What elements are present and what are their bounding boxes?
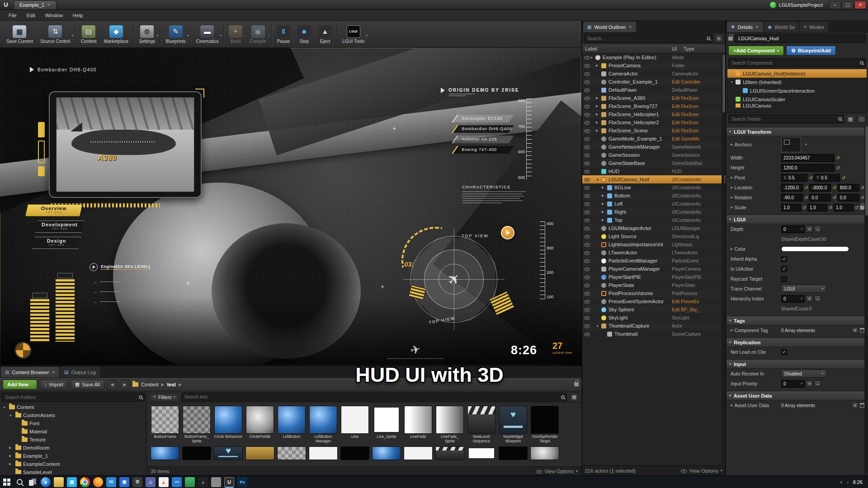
reset-icon[interactable]: ↺ (841, 175, 845, 180)
visibility-eye-icon[interactable] (584, 70, 590, 77)
visibility-eye-icon[interactable] (584, 217, 590, 223)
tab-modes[interactable]: +Modes (800, 22, 828, 32)
search-icon[interactable] (17, 479, 23, 485)
folder-row[interactable]: ▶DemoRoom (2, 444, 145, 452)
reset-icon[interactable]: ↺ (829, 205, 832, 210)
visibility-eye-icon[interactable] (584, 111, 590, 117)
source-button[interactable]: ⇅▾Source Control (37, 24, 74, 45)
expander-icon[interactable]: ▶ (596, 113, 601, 116)
outliner-row[interactable]: Light SourceDirectionalLig (582, 232, 725, 240)
outliner-row[interactable]: ▼LGUICanvas_HudUIContainerAc (582, 175, 725, 183)
section-header[interactable]: ▾LGUI (726, 215, 868, 224)
expander-icon[interactable]: ▶ (731, 206, 733, 209)
hud-menu-button[interactable]: Development747-400 (35, 221, 84, 233)
visibility-eye-icon[interactable] (584, 331, 590, 337)
visibility-eye-icon[interactable] (584, 192, 590, 199)
number-input[interactable]: 1.0 (781, 204, 801, 211)
asset-item[interactable]: LeftButton Manager (309, 406, 338, 444)
visibility-eye-icon[interactable] (584, 119, 590, 126)
visibility-eye-icon[interactable] (584, 144, 590, 150)
visibility-eye-icon[interactable] (584, 298, 590, 305)
chrome-icon[interactable] (80, 477, 90, 487)
expander-icon[interactable]: ▶ (602, 186, 607, 189)
play-circle-icon[interactable] (90, 263, 98, 271)
expander-icon[interactable]: ▶ (9, 454, 14, 458)
firefox-icon[interactable] (93, 477, 103, 487)
actor-type[interactable]: Edit FbxScen (672, 96, 725, 101)
asset-item[interactable]: LeftButton (277, 406, 306, 444)
visibility-eye-icon[interactable] (584, 233, 590, 239)
folder-row[interactable]: Material (2, 427, 145, 436)
expander-icon[interactable]: ▶ (731, 143, 733, 146)
decrement-button[interactable]: – (814, 380, 821, 387)
asset-item[interactable]: OverlayRender Target (530, 406, 559, 444)
actor-type[interactable]: Edit FbxScen (672, 104, 725, 109)
section-header[interactable]: ▾Asset User Data (726, 391, 868, 400)
folder-row[interactable]: Texture (2, 436, 145, 444)
marketplace-button[interactable]: ◆Marketplace (100, 24, 132, 45)
outliner-search-input[interactable] (584, 34, 712, 43)
decrement-button[interactable]: – (814, 226, 821, 233)
mail-icon[interactable]: ✉ (106, 477, 116, 487)
number-input[interactable]: 0▾ (781, 380, 805, 388)
expander-icon[interactable]: ▶ (731, 247, 733, 251)
save-all-button[interactable]: ▦ Save All (71, 380, 104, 389)
stop-button[interactable]: ■Stop (294, 24, 315, 45)
outliner-row[interactable]: ▶LeftUIContainerAc (582, 200, 725, 208)
outliner-row[interactable]: ▶RightUIContainerAc (582, 208, 725, 216)
search-folders-input[interactable] (2, 393, 145, 402)
section-header[interactable]: ▾Replication (726, 338, 868, 347)
pause-button[interactable]: ‖Pause (273, 24, 294, 45)
asset-item[interactable]: Line_Sprite (372, 406, 401, 444)
hud-menu-button[interactable]: Design747-400 (32, 237, 81, 249)
outliner-row[interactable]: PlayerStatePlayerState (582, 281, 725, 289)
outliner-row[interactable]: SkyLightSkyLight (582, 314, 725, 322)
plane-tag[interactable]: Boeing 747-400 (452, 146, 514, 154)
tab-output-log[interactable]: ▤Output Log (60, 367, 100, 377)
store-icon[interactable]: ▦ (67, 477, 77, 487)
explorer-icon[interactable] (54, 477, 64, 487)
asset-item[interactable]: LineFade (404, 406, 433, 444)
visibility-eye-icon[interactable] (584, 54, 590, 61)
outliner-row[interactable]: GameStateBaseGameStateBas (582, 159, 725, 167)
increment-button[interactable]: + (806, 226, 813, 233)
checkbox[interactable]: ✓ (781, 266, 787, 272)
number-input[interactable]: 1.0 (807, 204, 827, 211)
increment-button[interactable]: + (806, 296, 813, 302)
visibility-eye-icon[interactable] (584, 314, 590, 321)
outliner-row[interactable]: GameSessionGameSession (582, 151, 725, 159)
forward-button[interactable]: ▶ (120, 380, 130, 389)
expander-icon[interactable]: ▶ (731, 404, 733, 407)
unreal-icon[interactable]: U (224, 477, 234, 487)
visibility-eye-icon[interactable] (584, 176, 590, 183)
outliner-row[interactable]: ▶BGLineUIContainerAc (582, 183, 725, 192)
add-element-button[interactable]: + (852, 327, 859, 334)
search-components-input[interactable] (728, 58, 866, 67)
number-input[interactable]: 800.0 (838, 184, 859, 192)
blueprints-button[interactable]: ✎▾Blueprints (162, 24, 189, 45)
asset-item[interactable]: Circle Behaviour (214, 406, 243, 444)
view-options-button[interactable]: View Options (689, 468, 718, 474)
tab-close-icon[interactable]: ✕ (52, 370, 55, 375)
increment-button[interactable]: + (806, 380, 813, 387)
saved-search-icon[interactable]: ⊕ (714, 34, 723, 43)
delete-icon[interactable] (860, 328, 864, 333)
breadcrumb-current[interactable]: test (167, 382, 176, 387)
photos-icon[interactable]: ▣ (119, 477, 129, 487)
edge-icon[interactable]: e (41, 477, 51, 487)
plane-tag[interactable]: Bombardier DH8-Q400 (452, 125, 514, 133)
asset-item[interactable]: NewLevel Sequence (467, 406, 496, 444)
outliner-row[interactable]: ▶FbxScene_Helicopter1Edit FbxScen (582, 110, 725, 118)
checkbox[interactable]: ✓ (781, 349, 787, 355)
outliner-row[interactable]: ▶FbxScene_Boeing727Edit FbxScen (582, 102, 725, 110)
asset-item[interactable]: Line (340, 406, 369, 444)
outliner-row[interactable]: ▶TopUIContainerAc (582, 216, 725, 224)
column-type[interactable]: Type (684, 46, 725, 52)
folder-row[interactable]: ▶ExampleContent (2, 460, 145, 468)
folder-row[interactable]: ▶Example_1 (2, 452, 145, 460)
grid-view-icon[interactable]: ▦ (846, 114, 855, 123)
expander-icon[interactable]: ▶ (731, 328, 733, 332)
expander-icon[interactable]: ▶ (9, 446, 14, 450)
visibility-eye-icon[interactable] (584, 266, 590, 272)
number-input[interactable]: 0.0 (809, 194, 831, 202)
